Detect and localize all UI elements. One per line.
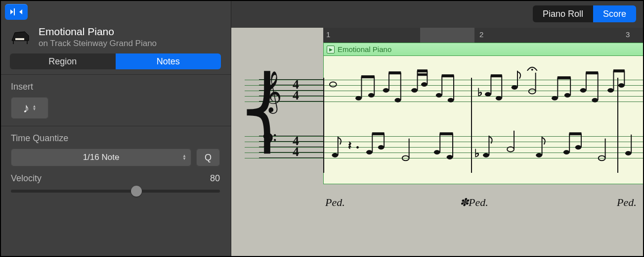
velocity-slider-thumb[interactable] [131, 186, 142, 197]
svg-rect-27 [442, 75, 454, 77]
region-body[interactable]: ♭ [323, 55, 644, 184]
svg-rect-81 [569, 133, 581, 135]
bar-number: 3 [626, 30, 630, 39]
play-icon: ▶ [327, 46, 335, 53]
eighth-note-icon: ♪ [23, 101, 30, 116]
bar-number: 2 [479, 30, 483, 39]
cycle-range[interactable] [420, 28, 474, 43]
svg-point-6 [330, 82, 337, 87]
instrument-subtitle: on Track Steinway Grand Piano [39, 39, 157, 49]
svg-rect-69 [440, 133, 453, 135]
svg-point-65 [434, 151, 440, 154]
region-name: Emotional Piano [338, 45, 391, 53]
catch-playhead-button[interactable] [5, 4, 28, 20]
svg-marker-0 [10, 9, 13, 14]
insert-note-popup[interactable]: ♪ ▲▼ [11, 97, 48, 119]
stepper-arrows-icon: ▲▼ [182, 154, 186, 160]
time-quantize-label: Time Quantize [11, 133, 220, 144]
svg-point-58 [366, 151, 372, 154]
svg-point-39 [552, 96, 558, 100]
time-quantize-value: 1/16 Note [83, 153, 120, 162]
svg-point-46 [592, 98, 598, 102]
svg-point-38 [531, 69, 533, 70]
svg-point-63 [402, 155, 409, 160]
svg-point-75 [536, 153, 542, 157]
svg-point-29 [485, 92, 491, 96]
svg-rect-33 [491, 75, 502, 77]
svg-point-14 [395, 98, 401, 102]
svg-point-84 [625, 152, 631, 155]
tab-notes[interactable]: Notes [116, 53, 221, 69]
svg-text:𝄽: 𝄽 [348, 142, 351, 149]
svg-point-9 [368, 93, 374, 97]
svg-point-31 [496, 96, 502, 100]
svg-point-23 [436, 93, 442, 97]
svg-rect-48 [586, 72, 598, 74]
svg-rect-4 [27, 41, 28, 44]
svg-point-82 [599, 155, 605, 160]
svg-point-77 [563, 151, 569, 154]
svg-point-36 [529, 89, 536, 94]
svg-point-60 [378, 146, 384, 150]
score-notes: ♭ [324, 56, 644, 184]
pedal-release-mark: ✽Ped. [460, 196, 488, 209]
velocity-label: Velocity [11, 173, 42, 184]
pedal-mark: Ped. [617, 196, 637, 209]
svg-point-41 [564, 93, 570, 97]
bar-ruler[interactable]: 1 2 3 [323, 28, 644, 43]
svg-rect-21 [418, 70, 428, 72]
svg-rect-43 [558, 77, 570, 79]
svg-point-17 [412, 88, 418, 92]
svg-point-57 [356, 147, 358, 149]
svg-point-54 [332, 153, 338, 157]
inspector-sidebar: Emotional Piano on Track Steinway Grand … [0, 0, 231, 257]
svg-rect-62 [372, 133, 384, 135]
instrument-icon [10, 28, 32, 46]
score-canvas[interactable]: ▶ Emotional Piano [231, 43, 644, 257]
svg-rect-3 [13, 41, 14, 44]
svg-point-51 [618, 84, 624, 88]
svg-point-79 [575, 146, 581, 150]
tab-score[interactable]: Score [593, 5, 636, 22]
score-editor: Piano Roll Score 1 2 3 ▶ Emotional Piano [231, 0, 644, 257]
svg-rect-53 [613, 70, 624, 72]
quantize-button[interactable]: Q [196, 149, 220, 166]
pedal-mark: Ped. [325, 196, 345, 209]
bar-number: 1 [326, 30, 330, 39]
tab-region[interactable]: Region [10, 53, 116, 69]
time-quantize-select[interactable]: 1/16 Note ▲▼ [11, 149, 191, 166]
svg-point-25 [448, 98, 454, 102]
velocity-value[interactable]: 80 [210, 173, 220, 184]
instrument-title: Emotional Piano [39, 26, 157, 38]
svg-point-67 [447, 155, 453, 159]
treble-clef-icon: 𝄞 [261, 71, 282, 112]
svg-point-12 [383, 88, 389, 92]
svg-point-7 [356, 96, 362, 100]
svg-point-44 [580, 88, 586, 92]
svg-text:♭: ♭ [477, 87, 482, 99]
insert-label: Insert [11, 82, 220, 92]
svg-rect-5 [15, 38, 24, 40]
svg-marker-2 [19, 9, 22, 14]
svg-point-19 [421, 83, 427, 87]
velocity-slider[interactable] [11, 190, 220, 193]
svg-point-73 [507, 147, 514, 152]
svg-rect-11 [361, 76, 374, 78]
svg-rect-22 [418, 74, 428, 76]
svg-rect-16 [389, 72, 401, 74]
svg-point-34 [512, 86, 517, 90]
svg-text:♭: ♭ [474, 148, 479, 159]
tab-piano-roll[interactable]: Piano Roll [533, 5, 593, 22]
svg-point-49 [608, 88, 614, 92]
svg-point-71 [483, 153, 489, 157]
stepper-arrows-icon: ▲▼ [33, 105, 37, 111]
region-header[interactable]: ▶ Emotional Piano [323, 43, 644, 55]
bass-clef-icon: 𝄢 [261, 129, 277, 158]
